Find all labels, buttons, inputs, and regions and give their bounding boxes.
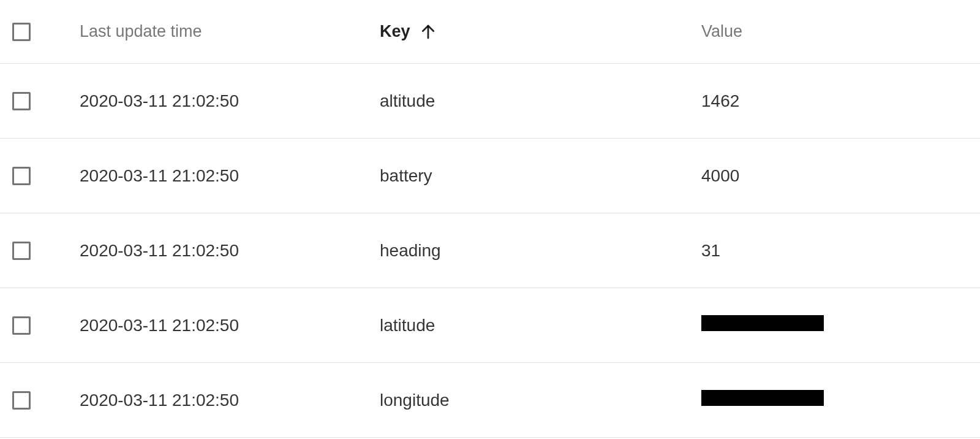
header-key[interactable]: Key [380, 22, 701, 41]
redacted-value [701, 315, 824, 331]
row-checkbox[interactable] [12, 391, 31, 410]
cell-value: 4000 [701, 166, 968, 186]
cell-last-update-time: 2020-03-11 21:02:50 [80, 91, 380, 111]
header-key-label: Key [380, 22, 410, 41]
cell-last-update-time: 2020-03-11 21:02:50 [80, 316, 380, 335]
row-checkbox[interactable] [12, 167, 31, 185]
cell-value: 31 [701, 241, 968, 261]
table-header-row: Last update time Key Value [0, 0, 980, 64]
cell-last-update-time: 2020-03-11 21:02:50 [80, 391, 380, 410]
header-value[interactable]: Value [701, 22, 968, 41]
table-row: 2020-03-11 21:02:50heading31 [0, 213, 980, 288]
cell-key: heading [380, 241, 701, 261]
table-row: 2020-03-11 21:02:50longitude [0, 363, 980, 438]
table-row: 2020-03-11 21:02:50latitude [0, 288, 980, 363]
cell-value [701, 390, 968, 410]
row-checkbox[interactable] [12, 92, 31, 110]
header-value-label: Value [701, 22, 742, 40]
select-all-checkbox[interactable] [12, 23, 31, 41]
cell-value: 1462 [701, 91, 968, 111]
row-checkbox[interactable] [12, 242, 31, 260]
cell-last-update-time: 2020-03-11 21:02:50 [80, 241, 380, 261]
row-checkbox[interactable] [12, 316, 31, 335]
cell-last-update-time: 2020-03-11 21:02:50 [80, 166, 380, 186]
table-row: 2020-03-11 21:02:50battery4000 [0, 139, 980, 213]
arrow-up-icon [419, 23, 437, 41]
telemetry-table: Last update time Key Value 2020-03-11 21… [0, 0, 980, 438]
header-last-update-time[interactable]: Last update time [80, 22, 380, 41]
cell-key: longitude [380, 391, 701, 410]
header-time-label: Last update time [80, 22, 202, 40]
redacted-value [701, 390, 824, 406]
cell-key: battery [380, 166, 701, 186]
table-row: 2020-03-11 21:02:50altitude1462 [0, 64, 980, 139]
cell-key: altitude [380, 91, 701, 111]
cell-value [701, 315, 968, 335]
cell-key: latitude [380, 316, 701, 335]
